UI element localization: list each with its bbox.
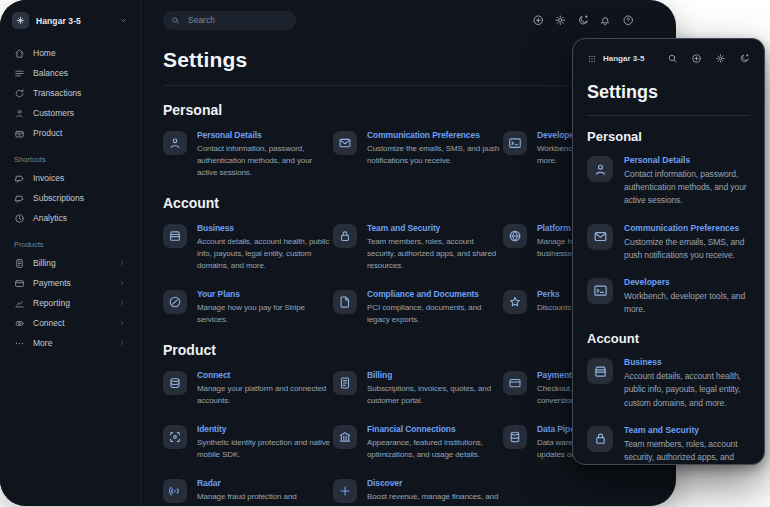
card-personal-details[interactable]: Personal Details Contact information, pa… [163,130,333,179]
card-desc: Account details, account health, public … [197,236,331,272]
card-title[interactable]: Communication Preferences [624,223,750,233]
radar-icon [163,479,187,503]
card-radar[interactable]: Radar Manage fraud protection and custom… [163,478,333,506]
card-billing[interactable]: Billing Subscriptions, invoices, quotes,… [333,370,503,407]
sidebar-item-home[interactable]: Home [0,43,140,63]
search-icon[interactable] [667,53,678,64]
search-bar[interactable] [163,11,296,30]
sidebar-item-connect[interactable]: Connect [0,313,140,333]
card-team-and-security[interactable]: Team and Security Team members, roles, a… [333,223,503,272]
card-desc: Contact information, password, authentic… [624,168,750,208]
clock-icon [14,213,25,224]
card-connect[interactable]: Connect Manage your platform and connect… [163,370,333,407]
person-icon [163,131,187,155]
plus-circle-icon[interactable] [691,53,702,64]
mobile-settings-panel: Hangar 3-5 Settings Personal Personal De… [572,38,765,465]
card-title[interactable]: Identity [197,424,331,434]
card-business[interactable]: Business Account details, account health… [163,223,333,272]
workspace-name[interactable]: Hangar 3-5 [603,54,644,63]
card-business[interactable]: Business Account details, account health… [587,357,750,410]
ellipsis-icon [14,338,25,349]
sidebar-item-label: Invoices [33,173,64,183]
star-icon [503,290,527,314]
grid-menu-icon[interactable] [587,54,597,64]
card-title[interactable]: Personal Details [624,155,750,165]
card-communication-preferences[interactable]: Communication Preferences Customize the … [587,223,750,262]
card-financial-connections[interactable]: Financial Connections Appearance, featur… [333,424,503,461]
sidebar-item-billing[interactable]: Billing [0,253,140,273]
card-title[interactable]: Radar [197,478,331,488]
document-icon [333,290,357,314]
product-icon [14,128,25,139]
card-icon [14,278,25,289]
card-personal-details[interactable]: Personal Details Contact information, pa… [587,155,750,208]
sidebar-item-more[interactable]: More [0,333,140,353]
balances-icon [14,68,25,79]
customers-icon [14,108,25,119]
card-your-plans[interactable]: Your Plans Manage how you pay for Stripe… [163,289,333,326]
card-title[interactable]: Business [197,223,331,233]
section-heading-personal: Personal [587,129,750,144]
sidebar-item-reporting[interactable]: Reporting [0,293,140,313]
card-title[interactable]: Team and Security [367,223,501,233]
card-discover[interactable]: Discover Boost revenue, manage finances,… [333,478,503,506]
mobile-header-icons [667,53,750,64]
bank-icon [333,425,357,449]
terminal-icon [587,278,613,304]
sidebar-item-label: Product [33,128,62,138]
scan-icon [163,425,187,449]
card-title[interactable]: Developers [624,277,750,287]
card-desc: Appearance, featured institutions, optim… [367,437,501,461]
sidebar-item-label: Customers [33,108,74,118]
search-icon [171,16,180,25]
workspace-avatar [12,12,29,29]
card-title[interactable]: Financial Connections [367,424,501,434]
card-title[interactable]: Team and Security [624,425,750,435]
sidebar-item-product[interactable]: Product [0,123,140,143]
connect-icon [14,318,25,329]
help-chat-icon[interactable] [622,14,635,27]
storefront-icon [163,224,187,248]
sidebar-item-label: Payments [33,278,71,288]
card-title[interactable]: Communication Preferences [367,130,501,140]
sidebar-item-label: Subscriptions [33,193,84,203]
sidebar-item-invoices[interactable]: Invoices [0,168,140,188]
sidebar-item-transactions[interactable]: Transactions [0,83,140,103]
bell-icon[interactable] [599,14,612,27]
sidebar-section-products: Products [0,228,140,253]
chevron-right-icon [118,299,126,307]
terminal-icon [503,131,527,155]
plus-circle-icon[interactable] [532,14,545,27]
card-title[interactable]: Discover [367,478,501,488]
sidebar-item-customers[interactable]: Customers [0,103,140,123]
card-title[interactable]: Connect [197,370,331,380]
sidebar-item-label: Balances [33,68,68,78]
card-desc: Manage your platform and connected accou… [197,383,331,407]
sidebar-nav: Home Balances Transactions Customers Pro… [0,39,140,357]
sidebar-item-label: Transactions [33,88,81,98]
card-desc: Workbench, developer tools, and more. [624,290,750,316]
card-title[interactable]: Personal Details [197,130,331,140]
sidebar-item-label: More [33,338,52,348]
sidebar-item-analytics[interactable]: Analytics [0,208,140,228]
card-compliance-and-documents[interactable]: Compliance and Documents PCI compliance,… [333,289,503,326]
moon-icon[interactable] [739,53,750,64]
gear-icon[interactable] [715,53,726,64]
card-team-and-security[interactable]: Team and Security Team members, roles, a… [587,425,750,465]
search-input[interactable] [186,14,288,26]
section-heading-account: Account [587,331,750,346]
card-icon [503,371,527,395]
sidebar-item-subscriptions[interactable]: Subscriptions [0,188,140,208]
card-identity[interactable]: Identity Synthetic identity protection a… [163,424,333,461]
sidebar-item-balances[interactable]: Balances [0,63,140,83]
card-title[interactable]: Billing [367,370,501,380]
card-developers[interactable]: Developers Workbench, developer tools, a… [587,277,750,316]
workspace-switcher[interactable]: Hangar 3-5 [0,0,140,39]
card-title[interactable]: Business [624,357,750,367]
card-communication-preferences[interactable]: Communication Preferences Customize the … [333,130,503,179]
gear-icon[interactable] [554,14,567,27]
card-title[interactable]: Your Plans [197,289,331,299]
moon-icon[interactable] [577,14,590,27]
card-title[interactable]: Compliance and Documents [367,289,501,299]
sidebar-item-payments[interactable]: Payments [0,273,140,293]
